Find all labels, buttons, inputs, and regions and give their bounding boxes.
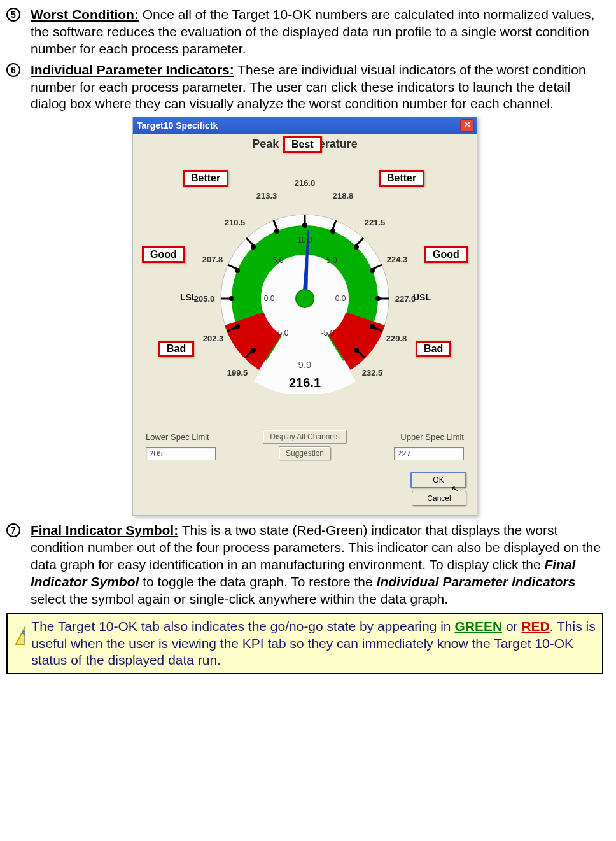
- tick-t9: 205.0: [194, 294, 215, 304]
- item-seven-body: Final Indicator Symbol: This is a two st…: [31, 522, 603, 607]
- inner-i3: -5.0: [321, 329, 335, 337]
- note-a: The Target 10-OK tab also indicates the …: [31, 619, 454, 633]
- dialog-titlebar[interactable]: Target10 Specifictk ✕: [133, 117, 477, 134]
- svg-point-22: [354, 348, 359, 353]
- svg-point-16: [302, 223, 307, 228]
- inner-i1: 5.0: [326, 256, 337, 265]
- callout-best: Best: [283, 136, 322, 153]
- svg-point-30: [296, 290, 314, 307]
- svg-point-19: [370, 268, 375, 273]
- item-seven-em2: Individual Parameter Indicators: [377, 574, 576, 589]
- tick-t5: 229.8: [386, 334, 407, 343]
- svg-point-28: [251, 348, 256, 353]
- svg-point-23: [274, 229, 279, 234]
- controls: Lower Spec Limit Display All Channels Up…: [133, 425, 477, 469]
- svg-point-26: [229, 296, 234, 301]
- inner-i6: 5.0: [273, 256, 284, 265]
- item-six-title: Individual Parameter Indicators:: [31, 62, 234, 77]
- svg-point-24: [251, 244, 256, 250]
- close-icon[interactable]: ✕: [460, 119, 474, 132]
- item-seven-title: Final Indicator Symbol:: [31, 523, 178, 537]
- dialog-buttons: OK Cancel ↖: [133, 469, 477, 515]
- list-item-six: 6 Individual Parameter Indicators: These…: [6, 62, 603, 113]
- bullet-seven: 7: [6, 523, 20, 537]
- inner-i4: -5.0: [276, 329, 289, 337]
- figure-wrap: Target10 Specifictk ✕ Peak - Temperature: [6, 117, 603, 516]
- tick-t12: 213.3: [256, 191, 277, 201]
- svg-point-17: [330, 229, 335, 234]
- tick-t3: 224.3: [387, 255, 408, 264]
- gauge-value-big: 216.1: [289, 376, 321, 390]
- dialog-window: Target10 Specifictk ✕ Peak - Temperature: [132, 117, 477, 516]
- svg-rect-33: [22, 631, 25, 634]
- tick-t11: 210.5: [225, 218, 246, 227]
- note-or: or: [502, 619, 521, 633]
- svg-point-27: [235, 324, 240, 329]
- item-six-body: Individual Parameter Indicators: These a…: [31, 62, 603, 113]
- note-box: The Target 10-OK tab also indicates the …: [6, 613, 603, 675]
- lsl-label: LSL: [180, 292, 197, 302]
- tick-t10: 207.8: [202, 255, 223, 264]
- callout-good-l: Good: [142, 246, 185, 263]
- callout-bad-r: Bad: [416, 341, 451, 357]
- tick-t2: 221.5: [365, 218, 386, 227]
- usl-field-label: Upper Spec Limit: [400, 432, 464, 442]
- dial-area: 216.0 218.8 221.5 224.3 227.0 229.8 232.…: [133, 151, 477, 425]
- tick-t1: 218.8: [333, 191, 354, 201]
- note-green: GREEN: [454, 619, 502, 633]
- dialog-title: Target10 Specifictk: [137, 120, 218, 131]
- tick-t8: 202.3: [203, 334, 224, 343]
- inner-i0: 10.0: [297, 236, 312, 244]
- svg-point-18: [354, 244, 359, 250]
- warning-icon: [14, 622, 25, 647]
- callout-better-r: Better: [379, 170, 424, 187]
- callout-better-l: Better: [183, 170, 228, 187]
- item-five-body: Worst Condition: Once all of the Target …: [31, 6, 603, 58]
- item-seven-text-c: select the symbol again or single-click …: [31, 591, 448, 606]
- list-item-seven: 7 Final Indicator Symbol: This is a two …: [6, 522, 603, 607]
- callout-good-r: Good: [424, 246, 468, 263]
- tick-t7: 199.5: [227, 368, 248, 378]
- note-red: RED: [521, 619, 549, 633]
- list-item-five: 5 Worst Condition: Once all of the Targe…: [6, 6, 603, 58]
- gauge-value-small: 9.9: [298, 359, 312, 370]
- display-all-channels-button[interactable]: Display All Channels: [263, 430, 346, 444]
- suggestion-button[interactable]: Suggestion: [279, 446, 331, 460]
- lsl-field-label: Lower Spec Limit: [146, 432, 209, 442]
- svg-point-21: [370, 324, 375, 329]
- item-seven-text-b: to toggle the data graph. To restore the: [139, 574, 376, 589]
- svg-point-25: [235, 268, 240, 273]
- usl-label: USL: [413, 292, 431, 302]
- item-five-title: Worst Condition:: [31, 7, 139, 22]
- inner-i2: 0.0: [335, 294, 346, 303]
- bullet-six: 6: [6, 63, 20, 77]
- usl-input[interactable]: 227: [394, 447, 464, 460]
- note-text: The Target 10-OK tab also indicates the …: [31, 618, 596, 670]
- bullet-five: 5: [6, 8, 20, 22]
- inner-i5: 0.0: [264, 294, 275, 303]
- lsl-input[interactable]: 205: [146, 447, 216, 460]
- svg-point-20: [375, 296, 381, 301]
- callout-bad-l: Bad: [158, 341, 194, 357]
- tick-t0: 216.0: [295, 178, 316, 188]
- tick-t6: 232.5: [362, 368, 383, 378]
